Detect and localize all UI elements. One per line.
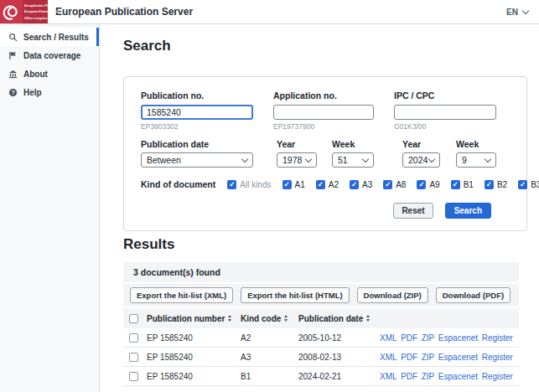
chevron-down-icon [485, 155, 491, 162]
column-header-label: Kind code [241, 314, 281, 323]
export-the-hit-list-xml-button[interactable]: Export the hit-list (XML) [130, 287, 233, 303]
espacenet-link[interactable]: Espacenet [438, 372, 478, 381]
sidebar-item-search-results[interactable]: Search / Results [0, 28, 99, 46]
publication-number-cell: EP 1585240 [147, 353, 241, 362]
checkbox-checked-icon[interactable] [316, 180, 325, 189]
application-no-field: Application no. EP19737900 [273, 90, 374, 131]
search-heading: Search [123, 38, 539, 54]
kind-option-all-kinds[interactable]: All kinds [227, 180, 271, 189]
register-link[interactable]: Register [482, 372, 513, 381]
application-no-label: Application no. [273, 90, 374, 101]
zip-link[interactable]: ZIP [422, 372, 435, 381]
checkbox-checked-icon[interactable] [227, 180, 236, 189]
search-button[interactable]: Search [445, 203, 491, 219]
kind-option-b3[interactable]: B3 [518, 180, 539, 189]
epo-spiral-icon [0, 0, 23, 23]
to-year-value: 2024 [408, 155, 428, 165]
checkbox-checked-icon[interactable] [451, 180, 460, 189]
kind-option-b2[interactable]: B2 [485, 180, 507, 189]
from-year-value: 1978 [282, 155, 302, 165]
kind-option-label: A9 [429, 180, 439, 189]
export-the-hit-list-html-button[interactable]: Export the hit-list (HTML) [241, 287, 349, 303]
from-week-select[interactable]: 51 [332, 152, 374, 168]
checkbox-checked-icon[interactable] [485, 180, 494, 189]
kind-option-label: B1 [464, 180, 474, 189]
pdf-link[interactable]: PDF [401, 333, 417, 343]
results-table-header: Publication numberKind codePublication d… [123, 308, 519, 328]
publication-no-input[interactable] [141, 105, 253, 120]
to-year-select[interactable]: 2024 [402, 152, 440, 168]
kind-option-a9[interactable]: A9 [417, 180, 439, 189]
sidebar-item-about[interactable]: About [0, 64, 99, 83]
row-checkbox[interactable] [129, 353, 138, 362]
checkbox-checked-icon[interactable] [282, 180, 292, 189]
publication-date-label: Publication date [141, 139, 253, 149]
from-week-label: Week [332, 139, 374, 149]
column-header-kind-code[interactable]: Kind code [241, 314, 298, 323]
xml-link[interactable]: XML [380, 353, 397, 362]
sidebar-item-label: About [23, 70, 48, 79]
kind-option-a2[interactable]: A2 [316, 180, 339, 189]
to-week-label: Week [456, 139, 496, 149]
publication-number-cell: EP 1585240 [147, 333, 241, 343]
to-week-select[interactable]: 9 [456, 152, 496, 168]
logo-line-en: European Patent Office [24, 10, 40, 13]
kind-of-document-row: Kind of document All kindsA1A2A3A8A9B1B2… [141, 179, 510, 189]
select-all-checkbox[interactable] [129, 314, 138, 323]
from-year-col: Year 1978 [277, 139, 317, 168]
kind-option-label: A3 [362, 180, 372, 189]
table-row: EP 1585240A22005-10-12XMLPDFZIPEspacenet… [123, 328, 519, 348]
kind-option-a8[interactable]: A8 [383, 180, 406, 189]
xml-link[interactable]: XML [380, 333, 397, 343]
kind-code-cell: A2 [241, 333, 298, 343]
download-zip-button[interactable]: Download (ZIP) [357, 287, 428, 303]
register-link[interactable]: Register [482, 353, 513, 362]
sidebar-item-label: Search / Results [23, 33, 89, 42]
main-layout: Search / ResultsData coverageAbout?Help … [0, 24, 539, 392]
ipc-cpc-field: IPC / CPC G01K3/00 [394, 90, 496, 131]
kind-option-a3[interactable]: A3 [350, 180, 372, 189]
sidebar-item-label: Help [23, 88, 42, 97]
checkbox-checked-icon[interactable] [383, 180, 392, 189]
export-toolbar: Export the hit-list (XML)Export the hit-… [123, 284, 519, 308]
publication-no-field: Publication no. EP3803302 [141, 90, 253, 131]
epo-logo-text: Europäisches Patentamt European Patent O… [23, 0, 48, 23]
espacenet-link[interactable]: Espacenet [438, 353, 478, 362]
register-link[interactable]: Register [482, 333, 513, 343]
ipc-cpc-input[interactable] [394, 105, 496, 120]
language-label: EN [506, 8, 518, 17]
xml-link[interactable]: XML [380, 372, 397, 381]
espacenet-link[interactable]: Espacenet [438, 333, 478, 343]
ipc-cpc-hint: G01K3/00 [394, 122, 496, 131]
checkbox-checked-icon[interactable] [518, 180, 527, 189]
zip-link[interactable]: ZIP [422, 353, 435, 362]
zip-link[interactable]: ZIP [422, 333, 435, 343]
publication-date-cell: 2008-02-13 [298, 353, 380, 362]
main-content: Search Publication no. EP3803302 Applica… [100, 24, 539, 392]
kind-option-a1[interactable]: A1 [282, 180, 305, 189]
reset-button[interactable]: Reset [393, 203, 433, 219]
application-no-input[interactable] [273, 105, 374, 120]
app-window: Europäisches Patentamt European Patent O… [0, 0, 539, 392]
row-checkbox[interactable] [129, 372, 138, 381]
pdf-link[interactable]: PDF [401, 353, 417, 362]
kind-option-b1[interactable]: B1 [451, 180, 474, 189]
publication-date-cell: 2024-02-21 [298, 372, 380, 381]
logo-line-fr: Office européen des brevets [24, 16, 40, 19]
row-checkbox[interactable] [129, 333, 138, 343]
checkbox-checked-icon[interactable] [417, 180, 426, 189]
pdf-link[interactable]: PDF [401, 372, 417, 381]
checkbox-checked-icon[interactable] [350, 180, 359, 189]
download-pdf-button[interactable]: Download (PDF) [436, 287, 510, 303]
results-table-body: EP 1585240A22005-10-12XMLPDFZIPEspacenet… [123, 328, 519, 386]
flag-icon [8, 50, 18, 60]
sidebar-item-data-coverage[interactable]: Data coverage [0, 46, 99, 64]
column-header-publication-number[interactable]: Publication number [147, 314, 241, 323]
language-selector[interactable]: EN [506, 8, 539, 17]
sidebar-item-help[interactable]: ?Help [0, 83, 99, 101]
svg-text:?: ? [11, 89, 14, 95]
results-panel: 3 document(s) found Export the hit-list … [123, 262, 519, 386]
date-mode-select[interactable]: Between [141, 152, 253, 168]
column-header-publication-date[interactable]: Publication date [298, 314, 380, 323]
from-year-select[interactable]: 1978 [277, 152, 317, 168]
